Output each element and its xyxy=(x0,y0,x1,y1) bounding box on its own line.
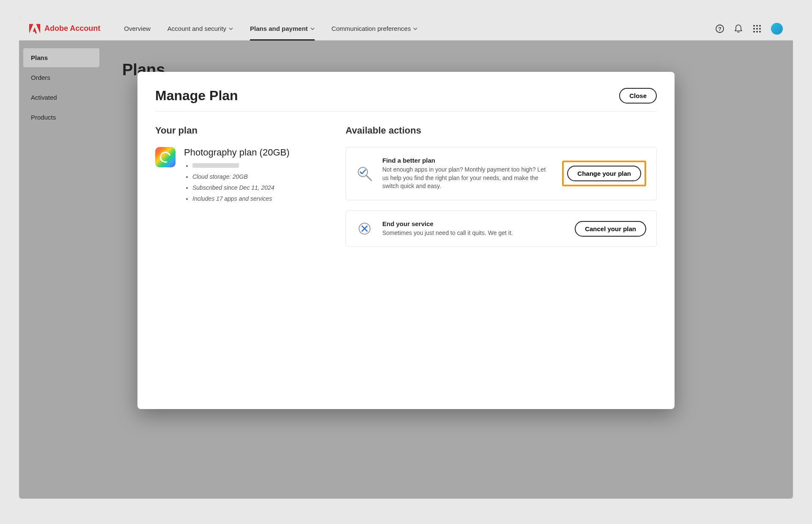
svg-point-7 xyxy=(759,28,761,30)
sidebar-item-orders[interactable]: Orders xyxy=(23,68,99,87)
end-service-desc: Sometimes you just need to call it quits… xyxy=(382,229,565,237)
cancel-plan-button[interactable]: Cancel your plan xyxy=(575,221,646,237)
svg-point-4 xyxy=(759,25,761,27)
creative-cloud-icon xyxy=(155,147,176,167)
find-better-desc: Not enough apps in your plan? Monthly pa… xyxy=(382,166,553,191)
find-better-plan-card: Find a better plan Not enough apps in yo… xyxy=(346,147,657,200)
nav-items: Overview Account and security Plans and … xyxy=(115,17,426,41)
svg-point-10 xyxy=(759,31,761,33)
available-actions-section: Available actions Find a better plan Not… xyxy=(346,125,657,257)
adobe-logo-icon xyxy=(29,24,40,34)
nav-account-security[interactable]: Account and security xyxy=(159,17,241,41)
manage-plan-modal: Manage Plan Close Your plan Photography … xyxy=(137,72,675,409)
plan-name: Photography plan (20GB) xyxy=(184,147,290,158)
modal-title: Manage Plan xyxy=(155,88,238,104)
top-navbar: Adobe Account Overview Account and secur… xyxy=(19,17,793,41)
svg-text:?: ? xyxy=(718,26,721,32)
circle-x-icon xyxy=(356,220,373,237)
plan-row: Photography plan (20GB) Cloud storage: 2… xyxy=(155,147,320,206)
modal-header: Manage Plan Close xyxy=(155,88,657,112)
find-better-title: Find a better plan xyxy=(382,157,553,164)
svg-point-6 xyxy=(756,28,758,30)
chevron-down-icon xyxy=(310,27,315,30)
help-icon[interactable]: ? xyxy=(715,24,724,33)
modal-body: Your plan Photography plan (20GB) Cloud … xyxy=(155,125,657,257)
plan-includes: Includes 17 apps and services xyxy=(192,195,290,202)
magnifier-check-icon xyxy=(356,165,373,182)
nav-plans-payment[interactable]: Plans and payment xyxy=(241,17,323,41)
plan-since: Subscribed since Dec 11, 2024 xyxy=(192,184,290,191)
svg-point-9 xyxy=(756,31,758,33)
brand-name: Adobe Account xyxy=(44,24,100,33)
end-service-card: End your service Sometimes you just need… xyxy=(346,210,657,247)
plan-storage: Cloud storage: 20GB xyxy=(192,173,290,180)
your-plan-section: Your plan Photography plan (20GB) Cloud … xyxy=(155,125,320,257)
sidebar-item-products[interactable]: Products xyxy=(23,108,99,127)
svg-point-2 xyxy=(753,25,755,27)
end-service-title: End your service xyxy=(382,220,565,227)
chevron-down-icon xyxy=(229,27,233,30)
svg-point-8 xyxy=(753,31,755,33)
avatar[interactable] xyxy=(771,23,783,35)
highlight-box: Change your plan xyxy=(562,161,646,186)
plan-price-placeholder xyxy=(192,162,290,169)
change-plan-button[interactable]: Change your plan xyxy=(567,166,641,181)
sidebar: Plans Orders Activated Products xyxy=(23,48,99,128)
your-plan-heading: Your plan xyxy=(155,125,320,136)
nav-overview[interactable]: Overview xyxy=(115,17,159,41)
svg-line-12 xyxy=(367,176,371,180)
nav-communication[interactable]: Communication preferences xyxy=(323,17,426,41)
available-actions-heading: Available actions xyxy=(346,125,657,136)
sidebar-item-plans[interactable]: Plans xyxy=(23,48,99,67)
nav-right: ? xyxy=(715,23,783,35)
adobe-logo[interactable]: Adobe Account xyxy=(29,24,100,34)
apps-grid-icon[interactable] xyxy=(752,24,762,33)
chevron-down-icon xyxy=(413,27,417,30)
svg-point-5 xyxy=(753,28,755,30)
bell-icon[interactable] xyxy=(734,24,743,33)
close-button[interactable]: Close xyxy=(619,88,657,104)
plan-details: Photography plan (20GB) Cloud storage: 2… xyxy=(184,147,290,206)
sidebar-item-activated[interactable]: Activated xyxy=(23,88,99,107)
svg-point-3 xyxy=(756,25,758,27)
